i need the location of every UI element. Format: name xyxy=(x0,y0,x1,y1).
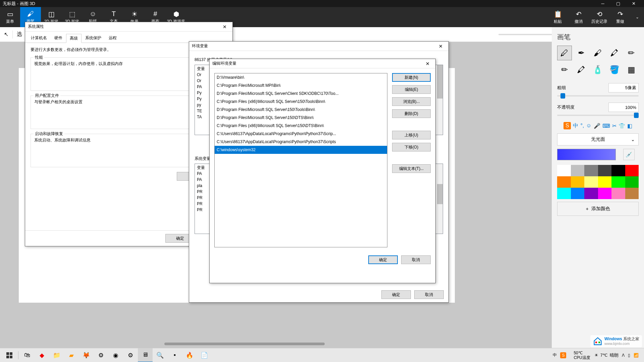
taskbar-store[interactable]: 🛍 xyxy=(20,348,35,362)
ribbon-undo[interactable]: ↶撤消 xyxy=(568,7,589,27)
palette-swatch[interactable] xyxy=(571,176,585,188)
path-item[interactable]: D:\Program Files\Microsoft SQL Server\15… xyxy=(215,106,387,114)
taskbar-circle-app[interactable]: ◉ xyxy=(108,348,123,362)
move-down-button[interactable]: 下移(O) xyxy=(392,143,431,152)
taskbar-firefox[interactable]: 🦊 xyxy=(79,348,94,362)
edit-button[interactable]: 编辑(E) xyxy=(392,85,431,94)
opacity-input[interactable] xyxy=(608,103,639,112)
tray-lang[interactable]: 中 xyxy=(553,352,557,358)
canvas-scrollbar-horizontal[interactable] xyxy=(164,343,325,345)
palette-swatch[interactable] xyxy=(557,176,571,188)
brush-pencil[interactable]: ✏ xyxy=(624,46,639,60)
tab-system-protection[interactable]: 系统保护 xyxy=(82,34,105,43)
path-item[interactable]: C:\windows\system32 xyxy=(215,146,387,154)
ime-punct[interactable]: °, xyxy=(580,123,584,129)
palette-swatch[interactable] xyxy=(571,188,585,199)
new-button[interactable]: 新建(N) xyxy=(392,73,431,82)
ribbon-menu[interactable]: ▭ 菜单 xyxy=(0,7,20,27)
taskbar-magnifier[interactable]: 🔍 xyxy=(153,348,167,362)
minimize-button[interactable]: ─ xyxy=(595,0,610,7)
tray-chevron[interactable]: ᐱ xyxy=(622,353,625,358)
ime-scissors[interactable]: ✂ xyxy=(612,123,616,129)
add-color-button[interactable]: +添加颜色 xyxy=(557,202,639,216)
palette-swatch[interactable] xyxy=(598,176,612,188)
taskbar-app-red[interactable]: ◆ xyxy=(35,348,49,362)
edit-text-button[interactable]: 编辑文本(T)... xyxy=(392,164,431,173)
ime-grid[interactable]: ◧ xyxy=(627,123,632,129)
palette-swatch[interactable] xyxy=(611,188,625,199)
palette-swatch[interactable] xyxy=(625,165,639,176)
tray-ime-icon[interactable]: S xyxy=(560,352,566,358)
select-tool[interactable]: 选 xyxy=(17,31,22,38)
brush-marker[interactable]: 🖊 xyxy=(557,46,572,60)
path-list[interactable]: D:\Vmware\bin\C:\Program Files\Microsoft… xyxy=(214,73,387,247)
ime-mic[interactable]: 🎤 xyxy=(594,123,600,129)
tray-wifi-icon[interactable]: 📶 xyxy=(634,353,639,358)
ribbon-collapse[interactable]: ⌄ xyxy=(631,7,644,27)
path-item[interactable]: C:\Program Files (x86)\Microsoft SQL Ser… xyxy=(215,98,387,106)
weather-widget[interactable]: ☀ 7℃ 晴朗 xyxy=(594,352,619,358)
start-button[interactable] xyxy=(2,348,17,362)
finish-dropdown[interactable]: 无光面 xyxy=(557,133,639,145)
palette-swatch[interactable] xyxy=(584,176,598,188)
ribbon-redo[interactable]: ↷重做 xyxy=(610,7,631,27)
taskbar-sublime[interactable]: ▰ xyxy=(64,348,79,362)
brush-eraser[interactable]: ✏ xyxy=(557,62,572,77)
palette-swatch[interactable] xyxy=(584,188,598,199)
close-button[interactable]: ✕ xyxy=(626,0,641,7)
brush-watercolor[interactable]: 🖍 xyxy=(607,46,622,60)
palette-swatch[interactable] xyxy=(611,176,625,188)
move-up-button[interactable]: 上移(U) xyxy=(392,131,431,139)
thickness-slider[interactable] xyxy=(557,95,639,97)
opacity-slider[interactable] xyxy=(557,115,639,116)
editenv-cancel[interactable]: 取消 xyxy=(401,255,431,264)
palette-swatch[interactable] xyxy=(584,165,598,176)
path-item[interactable]: C:\Users\86137\AppData\Local\Programs\Py… xyxy=(215,138,387,146)
tab-advanced[interactable]: 高级 xyxy=(66,34,82,43)
taskbar-settings[interactable]: ⚙ xyxy=(123,348,138,362)
sysprops-close[interactable]: ✕ xyxy=(220,24,230,29)
taskbar-sysprops[interactable]: 🖥 xyxy=(138,348,153,362)
editenv-close[interactable]: ✕ xyxy=(423,61,433,66)
path-item[interactable]: D:\Program Files\Microsoft SQL Server\Cl… xyxy=(215,89,387,98)
taskbar-explorer[interactable]: 📁 xyxy=(49,348,64,362)
palette-swatch[interactable] xyxy=(571,165,585,176)
tab-computer-name[interactable]: 计算机名 xyxy=(27,34,51,43)
tab-hardware[interactable]: 硬件 xyxy=(51,34,66,43)
path-item[interactable]: C:\Program Files (x86)\Microsoft SQL Ser… xyxy=(215,122,387,130)
ime-skin[interactable]: 👕 xyxy=(619,123,625,129)
brush-calligraphy[interactable]: ✒ xyxy=(574,46,589,60)
tab-remote[interactable]: 远程 xyxy=(105,34,120,43)
path-item[interactable]: C:\Users\86137\AppData\Local\Programs\Py… xyxy=(215,130,387,138)
envparent-ok[interactable]: 确定 xyxy=(381,290,411,299)
ime-keyboard[interactable]: ⌨ xyxy=(602,123,610,129)
brush-spray[interactable]: 🧴 xyxy=(591,62,605,77)
taskbar-paint3d[interactable]: 🔥 xyxy=(182,348,197,362)
palette-swatch[interactable] xyxy=(598,188,612,199)
current-color-swatch[interactable] xyxy=(557,149,616,160)
taskbar-misc[interactable]: 📄 xyxy=(197,348,212,362)
thickness-input[interactable] xyxy=(608,83,639,93)
delete-button[interactable]: 删除(D) xyxy=(392,109,431,118)
palette-swatch[interactable] xyxy=(557,188,571,199)
palette-swatch[interactable] xyxy=(625,188,639,199)
taskbar-terminal[interactable]: ▪ xyxy=(167,348,182,362)
maximize-button[interactable]: ▢ xyxy=(610,0,626,7)
envparent-close[interactable]: ✕ xyxy=(436,44,446,49)
browse-button[interactable]: 浏览(B)... xyxy=(392,97,431,106)
palette-swatch[interactable] xyxy=(598,165,612,176)
palette-swatch[interactable] xyxy=(557,165,571,176)
brush-pixel[interactable]: ▦ xyxy=(624,62,639,77)
envparent-cancel[interactable]: 取消 xyxy=(414,290,444,299)
brush-crayon[interactable]: 🖍 xyxy=(574,62,589,77)
brush-oil[interactable]: 🖌 xyxy=(591,46,605,60)
eyedropper-button[interactable]: 💉 xyxy=(623,149,635,160)
ime-lang[interactable]: 中 xyxy=(573,122,578,129)
ime-emoji[interactable]: ☺ xyxy=(586,123,591,129)
ime-sogou-icon[interactable]: S xyxy=(564,122,571,129)
path-item[interactable]: D:\Program Files\Microsoft SQL Server\15… xyxy=(215,114,387,122)
tray-battery-icon[interactable]: ▯ xyxy=(628,353,630,358)
path-item[interactable]: C:\Program Files\Microsoft MPI\Bin\ xyxy=(215,81,387,89)
pointer-tool[interactable]: ↖ xyxy=(4,31,8,38)
palette-swatch[interactable] xyxy=(625,176,639,188)
